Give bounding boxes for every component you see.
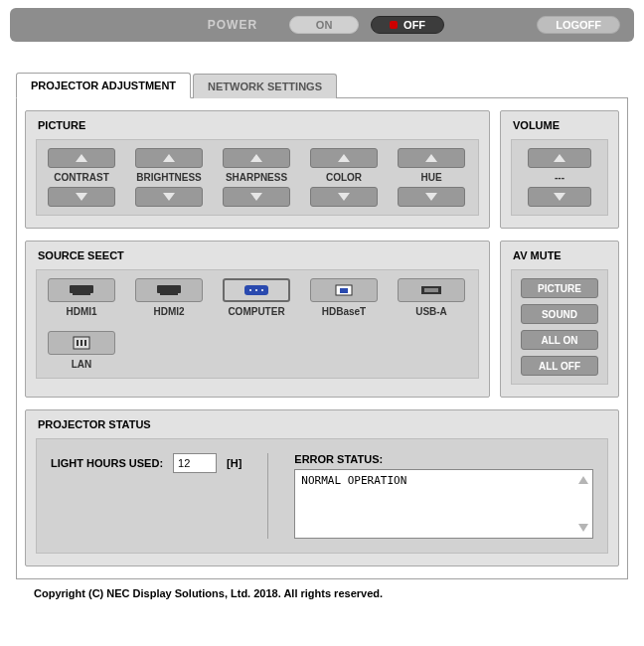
- avmute-all-on-button[interactable]: ALL ON: [521, 330, 598, 350]
- power-off-indicator-icon: [390, 21, 398, 29]
- content-area: PICTURE CONTRASTBRIGHTNESSSHARPNESSCOLOR…: [16, 98, 628, 579]
- error-status-box: NORMAL OPERATION: [294, 469, 593, 539]
- projector-status-panel: PROJECTOR STATUS LIGHT HOURS USED: [H] E…: [25, 409, 619, 566]
- triangle-down-icon: [250, 193, 262, 201]
- svg-marker-2: [163, 154, 175, 162]
- source-hdbaset-button[interactable]: [310, 278, 378, 302]
- logoff-button[interactable]: LOGOFF: [537, 16, 620, 34]
- color-up-button[interactable]: [310, 148, 378, 168]
- scroll-up-icon[interactable]: [578, 476, 588, 484]
- svg-point-17: [249, 289, 251, 291]
- source-computer: COMPUTER: [220, 278, 293, 317]
- picture-control-hue: HUE: [395, 148, 468, 207]
- triangle-up-icon: [425, 154, 437, 162]
- brightness-label: BRIGHTNESS: [136, 172, 202, 183]
- triangle-down-icon: [338, 193, 350, 201]
- brightness-up-button[interactable]: [135, 148, 203, 168]
- triangle-up-icon: [163, 154, 175, 162]
- svg-rect-13: [73, 293, 90, 295]
- usb-icon: [418, 284, 444, 296]
- volume-up-button[interactable]: [528, 148, 591, 168]
- svg-rect-14: [157, 285, 181, 293]
- source-hdmi2-label: HDMI2: [153, 306, 184, 317]
- triangle-up-icon: [554, 154, 565, 162]
- source-lan: LAN: [45, 331, 118, 370]
- avmute-all-off-button[interactable]: ALL OFF: [521, 356, 598, 376]
- hue-up-button[interactable]: [398, 148, 465, 168]
- light-hours-label: LIGHT HOURS USED:: [51, 453, 163, 469]
- picture-title: PICTURE: [36, 117, 479, 139]
- triangle-down-icon: [554, 193, 565, 201]
- color-down-button[interactable]: [310, 187, 378, 207]
- picture-control-brightness: BRIGHTNESS: [132, 148, 206, 207]
- sharpness-up-button[interactable]: [223, 148, 290, 168]
- hue-down-button[interactable]: [398, 187, 465, 207]
- svg-rect-26: [80, 340, 82, 346]
- svg-rect-23: [424, 288, 438, 292]
- source-hdmi2-button[interactable]: [135, 278, 203, 302]
- power-on-button[interactable]: ON: [289, 16, 359, 34]
- source-usb-a-button[interactable]: [398, 278, 465, 302]
- tab-bar: PROJECTOR ADJUSTMENT NETWORK SETTINGS: [16, 72, 628, 98]
- triangle-up-icon: [338, 154, 350, 162]
- sharpness-down-button[interactable]: [223, 187, 290, 207]
- source-title: SOURCE SEECT: [36, 247, 479, 269]
- svg-marker-7: [338, 193, 350, 201]
- hdmi-icon: [69, 284, 94, 296]
- power-label: POWER: [208, 18, 257, 32]
- svg-point-19: [261, 289, 263, 291]
- sharpness-label: SHARPNESS: [226, 172, 287, 183]
- source-lan-button[interactable]: [48, 331, 115, 355]
- volume-down-button[interactable]: [528, 187, 591, 207]
- volume-value: ---: [555, 172, 564, 183]
- source-hdmi2: HDMI2: [132, 278, 206, 317]
- contrast-up-button[interactable]: [48, 148, 115, 168]
- svg-marker-10: [554, 154, 565, 162]
- svg-marker-0: [76, 154, 87, 162]
- hdbaset-icon: [334, 283, 354, 297]
- svg-rect-25: [77, 340, 79, 346]
- hdmi-icon: [156, 284, 182, 296]
- scroll-down-icon[interactable]: [578, 524, 588, 532]
- source-computer-button[interactable]: [223, 278, 290, 302]
- source-hdbaset: HDBaseT: [307, 278, 381, 317]
- svg-marker-28: [578, 476, 588, 484]
- source-hdmi1-label: HDMI1: [66, 306, 96, 317]
- tab-projector-adjustment[interactable]: PROJECTOR ADJUSTMENT: [16, 73, 191, 98]
- source-computer-label: COMPUTER: [228, 306, 284, 317]
- source-select-panel: SOURCE SEECT HDMI1HDMI2COMPUTERHDBaseTUS…: [25, 241, 490, 398]
- power-off-button[interactable]: OFF: [371, 16, 444, 34]
- avmute-sound-button[interactable]: SOUND: [521, 304, 598, 324]
- triangle-down-icon: [163, 193, 175, 201]
- tab-network-settings[interactable]: NETWORK SETTINGS: [193, 74, 337, 98]
- vga-icon: [243, 284, 269, 296]
- svg-marker-3: [163, 193, 175, 201]
- svg-marker-6: [338, 154, 350, 162]
- error-status-label: ERROR STATUS:: [294, 453, 593, 465]
- svg-rect-15: [160, 293, 178, 295]
- avmute-picture-button[interactable]: PICTURE: [521, 278, 598, 298]
- svg-marker-9: [425, 193, 437, 201]
- picture-panel: PICTURE CONTRASTBRIGHTNESSSHARPNESSCOLOR…: [25, 110, 490, 229]
- color-label: COLOR: [326, 172, 362, 183]
- source-usb-a: USB-A: [395, 278, 468, 317]
- svg-marker-8: [425, 154, 437, 162]
- hue-label: HUE: [420, 172, 441, 183]
- status-divider: [267, 453, 268, 539]
- source-usb-a-label: USB-A: [415, 306, 447, 317]
- light-hours-field[interactable]: [173, 453, 217, 473]
- contrast-down-button[interactable]: [48, 187, 115, 207]
- svg-marker-4: [250, 154, 262, 162]
- source-hdbaset-label: HDBaseT: [322, 306, 366, 317]
- source-hdmi1-button[interactable]: [48, 278, 115, 302]
- volume-title: VOLUME: [511, 117, 608, 139]
- triangle-up-icon: [250, 154, 262, 162]
- error-status-text: NORMAL OPERATION: [301, 474, 406, 487]
- lan-icon: [73, 336, 90, 350]
- brightness-down-button[interactable]: [135, 187, 203, 207]
- picture-control-sharpness: SHARPNESS: [220, 148, 293, 207]
- svg-marker-29: [578, 524, 588, 532]
- svg-marker-11: [554, 193, 565, 201]
- triangle-down-icon: [425, 193, 437, 201]
- light-hours-unit: [H]: [227, 453, 242, 469]
